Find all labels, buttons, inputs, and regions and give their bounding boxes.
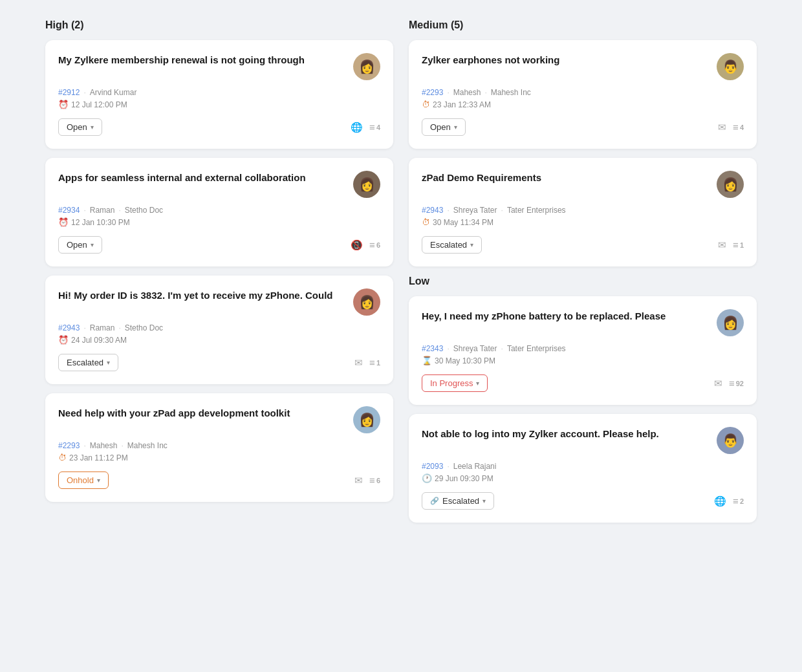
clock-icon: ⏱ xyxy=(422,217,430,227)
card-1-title: My Zylkere membership renewal is not goi… xyxy=(58,53,353,67)
clock-icon: ⏱ xyxy=(58,453,67,462)
mail-icon[interactable]: ✉ xyxy=(718,239,726,251)
card-4-company: Mahesh Inc xyxy=(127,441,168,450)
card-6-company: Tater Enterprises xyxy=(507,206,566,215)
card-8-ticket: #2093 xyxy=(422,462,443,471)
mail-icon[interactable]: ✉ xyxy=(354,357,363,369)
card-7-company: Tater Enterprises xyxy=(507,344,566,353)
card-5-time: ⏱ 23 Jan 12:33 AM xyxy=(422,100,744,109)
list-icon[interactable]: ≡2 xyxy=(733,495,744,506)
card-4-time: ⏱ 23 Jan 11:12 PM xyxy=(58,453,380,462)
card-6-meta: #2943 · Shreya Tater · Tater Enterprises xyxy=(422,206,744,215)
card-2-avatar: 👩 xyxy=(353,171,380,198)
card-1-time: ⏰ 12 Jul 12:00 PM xyxy=(58,100,380,109)
card-1-footer-icons: 🌐 ≡4 xyxy=(351,122,380,133)
globe-icon[interactable]: 🌐 xyxy=(351,122,363,133)
card-4-ticket: #2293 xyxy=(58,441,80,450)
clock-icon: ⏱ xyxy=(422,100,430,109)
card-8-assignee: Leela Rajani xyxy=(453,462,497,471)
card-4-assignee: Mahesh xyxy=(90,441,118,450)
card-5-avatar: 👨 xyxy=(717,53,744,80)
card-7-avatar: 👩 xyxy=(717,309,744,336)
phone-icon[interactable]: 📵 xyxy=(351,239,363,251)
list-icon[interactable]: ≡4 xyxy=(369,122,380,133)
mail-icon[interactable]: ✉ xyxy=(354,475,363,486)
card-6-title: zPad Demo Requirements xyxy=(422,171,717,184)
card-7-ticket: #2343 xyxy=(422,344,443,353)
card-1-status[interactable]: Open ▾ xyxy=(58,118,102,136)
list-icon[interactable]: ≡6 xyxy=(369,239,380,250)
card-8: Not able to log into my Zylker account. … xyxy=(409,414,757,523)
card-3-ticket: #2943 xyxy=(58,323,80,332)
card-4-title: Need help with your zPad app development… xyxy=(58,406,353,420)
card-1-avatar: 👩 xyxy=(353,53,380,80)
column-medium-header: Medium (5) xyxy=(409,19,757,31)
card-2-company: Stetho Doc xyxy=(125,206,163,215)
card-6-status[interactable]: Escalated ▾ xyxy=(422,236,482,254)
column-high: High (2) My Zylkere membership renewal i… xyxy=(45,19,393,532)
card-6-ticket: #2943 xyxy=(422,206,443,215)
card-7-assignee: Shreya Tater xyxy=(453,344,497,353)
list-icon[interactable]: ≡4 xyxy=(733,122,744,133)
column-medium: Medium (5) Zylker earphones not working … xyxy=(409,19,757,532)
card-6-avatar: 👩 xyxy=(717,171,744,198)
clock-icon: ⏰ xyxy=(58,335,69,345)
card-5-ticket: #2293 xyxy=(422,88,443,97)
card-5: Zylker earphones not working 👨 #2293 · M… xyxy=(409,40,757,149)
clock-icon: ⏰ xyxy=(58,217,69,227)
card-1: My Zylkere membership renewal is not goi… xyxy=(45,40,393,149)
card-5-assignee: Mahesh xyxy=(453,88,481,97)
list-icon[interactable]: ≡1 xyxy=(733,239,744,250)
card-4-status[interactable]: Onhold ▾ xyxy=(58,471,109,489)
card-3-company: Stetho Doc xyxy=(125,323,163,332)
card-5-meta: #2293 · Mahesh · Mahesh Inc xyxy=(422,88,744,97)
card-5-title: Zylker earphones not working xyxy=(422,53,717,67)
column-high-header: High (2) xyxy=(45,19,393,31)
clock-icon: ⏰ xyxy=(58,100,69,109)
card-2-status[interactable]: Open ▾ xyxy=(58,236,102,254)
card-5-status[interactable]: Open ▾ xyxy=(422,118,466,136)
chevron-down-icon: ▾ xyxy=(476,380,479,387)
card-7-time: ⌛ 30 May 10:30 PM xyxy=(422,356,744,365)
card-8-status[interactable]: 🔗 Escalated ▾ xyxy=(422,492,494,510)
card-7-status[interactable]: In Progress ▾ xyxy=(422,374,488,392)
mail-icon[interactable]: ✉ xyxy=(714,378,722,389)
list-icon[interactable]: ≡92 xyxy=(729,378,744,389)
clock-icon: ⌛ xyxy=(422,356,432,365)
card-3-meta: #2943 · Raman · Stetho Doc xyxy=(58,323,380,332)
chevron-down-icon: ▾ xyxy=(91,124,94,131)
card-3-title: Hi! My order ID is 3832. I'm yet to rece… xyxy=(58,288,353,302)
card-6-assignee: Shreya Tater xyxy=(453,206,497,215)
list-icon[interactable]: ≡6 xyxy=(369,475,380,486)
card-7-title: Hey, I need my zPhone battery to be repl… xyxy=(422,309,717,323)
card-3-footer-icons: ✉ ≡1 xyxy=(354,357,380,369)
card-5-footer-icons: ✉ ≡4 xyxy=(718,122,744,133)
column-low-header: Low xyxy=(409,276,757,287)
card-4-avatar: 👩 xyxy=(353,406,380,433)
card-6-footer-icons: ✉ ≡1 xyxy=(718,239,744,251)
card-1-meta: #2912 · Arvind Kumar xyxy=(58,88,380,97)
card-3-status[interactable]: Escalated ▾ xyxy=(58,354,118,371)
kanban-board: High (2) My Zylkere membership renewal i… xyxy=(45,19,757,532)
card-2: Apps for seamless internal and external … xyxy=(45,158,393,266)
card-2-ticket: #2934 xyxy=(58,206,80,215)
card-3-avatar: 👩 xyxy=(353,288,380,316)
card-2-meta: #2934 · Raman · Stetho Doc xyxy=(58,206,380,215)
mail-icon[interactable]: ✉ xyxy=(718,122,726,133)
card-7-footer-icons: ✉ ≡92 xyxy=(714,378,744,389)
card-8-time: 🕐 29 Jun 09:30 PM xyxy=(422,473,744,483)
clock-icon: 🕐 xyxy=(422,473,432,483)
card-3: Hi! My order ID is 3832. I'm yet to rece… xyxy=(45,276,393,384)
card-4-meta: #2293 · Mahesh · Mahesh Inc xyxy=(58,441,380,450)
card-1-ticket: #2912 xyxy=(58,88,80,97)
globe-icon[interactable]: 🌐 xyxy=(714,495,726,507)
card-4-footer-icons: ✉ ≡6 xyxy=(354,475,380,486)
chevron-down-icon: ▾ xyxy=(482,497,486,504)
card-7-meta: #2343 · Shreya Tater · Tater Enterprises xyxy=(422,344,744,353)
card-6: zPad Demo Requirements 👩 #2943 · Shreya … xyxy=(409,158,757,266)
card-3-time: ⏰ 24 Jul 09:30 AM xyxy=(58,335,380,345)
list-icon[interactable]: ≡1 xyxy=(369,357,380,368)
card-2-title: Apps for seamless internal and external … xyxy=(58,171,353,184)
card-1-assignee: Arvind Kumar xyxy=(90,88,137,97)
card-8-meta: #2093 · Leela Rajani xyxy=(422,462,744,471)
